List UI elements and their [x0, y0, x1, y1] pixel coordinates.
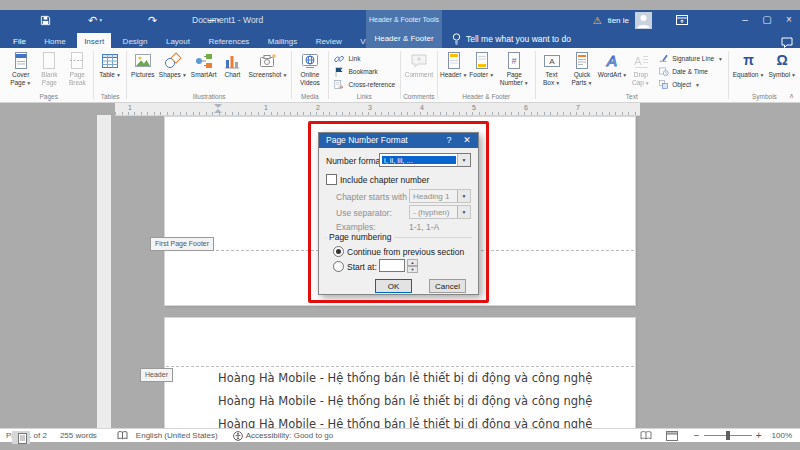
footer-icon — [472, 51, 492, 71]
chevron-down-icon: ▼ — [555, 80, 560, 86]
chevron-down-icon: ▼ — [26, 80, 31, 86]
chevron-down-icon: ▼ — [718, 56, 723, 62]
contextual-tools-title: Header & Footer Tools — [366, 10, 442, 30]
quick-parts-button[interactable]: Quick Parts▼ — [566, 49, 599, 92]
comment-icon — [409, 51, 429, 71]
pictures-button[interactable]: Pictures — [129, 49, 157, 92]
print-layout-button[interactable] — [12, 431, 30, 444]
symbol-button[interactable]: Ω Symbol▼ — [766, 49, 798, 92]
table-button[interactable]: Table▼ — [96, 49, 124, 92]
shapes-button[interactable]: Shapes▼ — [157, 49, 189, 92]
smartart-button[interactable]: SmartArt — [189, 49, 219, 92]
header-text-line: Hoàng Hà Mobile - Hệ thống bán lẻ thiết … — [218, 371, 638, 385]
annotation-red-box — [308, 121, 489, 303]
cover-page-icon — [11, 51, 31, 71]
group-label-links: Links — [330, 92, 398, 102]
text-box-button[interactable]: A Text Box▼ — [538, 49, 566, 92]
save-button[interactable] — [40, 13, 51, 27]
cross-reference-button[interactable]: Cross-reference — [330, 78, 398, 91]
chevron-down-icon: ▼ — [645, 80, 650, 86]
chevron-down-icon: ▼ — [524, 80, 529, 86]
save-icon — [40, 15, 51, 26]
read-mode-icon — [640, 431, 652, 440]
svg-text:A: A — [606, 52, 617, 69]
user-name[interactable]: tien le — [608, 16, 629, 25]
signature-line-button[interactable]: Signature Line▼ — [655, 52, 726, 65]
accessibility-icon — [233, 431, 243, 441]
table-icon — [100, 51, 120, 71]
bookmark-button[interactable]: Bookmark — [330, 65, 398, 78]
quick-parts-icon — [572, 51, 592, 71]
shapes-icon — [163, 51, 183, 71]
indent-marker-bottom[interactable] — [214, 109, 222, 113]
footer-button[interactable]: Footer▼ — [468, 49, 496, 92]
blank-page-button: Blank Page — [35, 49, 63, 92]
contextual-tab-block: Header & Footer Tools Header & Footer — [366, 10, 442, 48]
redo-button[interactable]: ↷ — [148, 13, 157, 27]
zoom-out-button[interactable]: − — [694, 430, 700, 441]
equation-button[interactable]: π Equation▼ — [731, 49, 767, 92]
text-box-icon: A — [542, 51, 562, 71]
minimize-button[interactable]: – — [734, 10, 756, 30]
read-mode-button[interactable] — [638, 430, 654, 442]
first-page-footer-tag: First Page Footer — [150, 237, 214, 251]
web-layout-icon — [666, 431, 678, 441]
chevron-down-icon: ▼ — [282, 72, 287, 78]
group-label-tables: Tables — [96, 92, 124, 102]
tab-header-footer[interactable]: Header & Footer — [366, 30, 442, 48]
ribbon-group-media: Online Videos Media — [292, 48, 328, 102]
avatar[interactable] — [635, 12, 652, 29]
web-layout-button[interactable] — [664, 430, 680, 442]
warning-icon[interactable]: ⚠ — [593, 15, 602, 26]
date-time-button[interactable]: Date & Time — [655, 65, 726, 78]
cross-reference-icon — [333, 79, 345, 91]
page-number-button[interactable]: # Page Number▼ — [496, 49, 533, 92]
object-button[interactable]: Object▼ — [655, 78, 726, 91]
print-layout-icon — [18, 433, 27, 444]
undo-button[interactable]: ↶▼ — [88, 13, 103, 27]
accessibility-status[interactable]: Accessibility: Good to go — [246, 431, 334, 440]
tell-me-box[interactable]: Tell me what you want to do — [452, 30, 571, 48]
close-button[interactable]: × — [778, 10, 800, 30]
indent-marker[interactable] — [214, 104, 222, 108]
word-count[interactable]: 255 words — [60, 431, 97, 440]
chart-button[interactable]: Chart — [218, 49, 246, 92]
chevron-down-icon: ▼ — [759, 72, 764, 78]
maximize-button[interactable]: ▢ — [756, 10, 778, 30]
pictures-icon — [133, 51, 153, 71]
zoom-slider-thumb[interactable] — [726, 431, 730, 440]
online-videos-icon — [300, 51, 320, 71]
vertical-ruler — [97, 115, 111, 428]
ribbon-display-options-button[interactable] — [676, 10, 688, 30]
proofing-status-button[interactable] — [117, 431, 128, 440]
ribbon-group-pages: Cover Page▼ Blank Page Page Break Pages — [4, 48, 93, 102]
language-indicator[interactable]: English (United States) — [136, 431, 218, 440]
collapse-ribbon-button[interactable]: ∧ — [789, 92, 794, 100]
ribbon-group-header-footer: Header▼ Footer▼ # Page Number▼ Header & … — [438, 48, 535, 102]
group-label-pages: Pages — [6, 92, 91, 102]
zoom-in-button[interactable]: + — [756, 430, 762, 441]
lightbulb-icon — [452, 33, 461, 45]
wordart-button[interactable]: A WordArt▼ — [598, 49, 626, 92]
screenshot-button[interactable]: Screenshot▼ — [246, 49, 289, 92]
zoom-level[interactable]: 100% — [772, 431, 792, 440]
tell-me-label: Tell me what you want to do — [466, 34, 571, 44]
link-button[interactable]: Link — [330, 52, 398, 65]
chevron-down-icon: ▼ — [588, 80, 593, 86]
header-icon — [444, 51, 464, 71]
ribbon-group-comments: Comment Comments — [401, 48, 437, 102]
cover-page-button[interactable]: Cover Page▼ — [6, 49, 35, 92]
bookmark-flag-icon — [333, 66, 345, 78]
online-videos-button[interactable]: Online Videos — [294, 49, 326, 92]
page-break-button: Page Break — [63, 49, 91, 92]
link-icon — [333, 53, 345, 65]
svg-text:A: A — [549, 57, 555, 66]
group-label-comments: Comments — [403, 92, 435, 102]
chevron-down-icon: ▼ — [695, 82, 700, 88]
ribbon-group-illustrations: Pictures Shapes▼ SmartArt Chart Screensh… — [127, 48, 292, 102]
status-bar: Page 1 of 2 255 words English (United St… — [0, 428, 800, 442]
horizontal-ruler: 1 1 2 3 4 5 6 7 — [115, 103, 640, 116]
header-button[interactable]: Header▼ — [440, 49, 468, 92]
zoom-slider[interactable] — [704, 435, 752, 436]
object-icon — [658, 79, 669, 90]
